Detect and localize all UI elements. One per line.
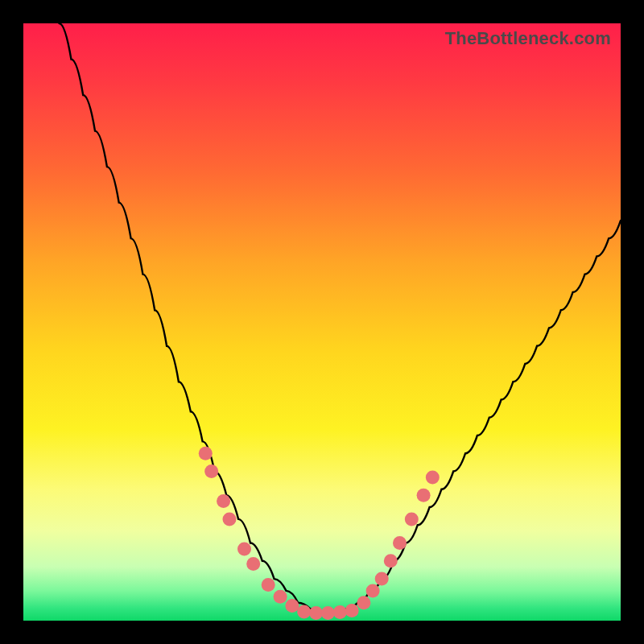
chart-stage: TheBottleneck.com (0, 0, 644, 644)
marker-right-2 (375, 572, 389, 586)
marker-right-5 (405, 512, 419, 526)
bottleneck-curve-path (60, 23, 621, 612)
marker-right-3 (384, 554, 398, 568)
marker-bottom-3 (333, 605, 347, 619)
marker-left-4 (237, 543, 251, 556)
chart-svg (23, 23, 621, 621)
marker-left-3 (223, 512, 237, 526)
marker-right-1 (366, 584, 380, 597)
plot-area: TheBottleneck.com (23, 23, 621, 621)
marker-left-1 (204, 464, 218, 478)
marker-right-6 (417, 489, 431, 502)
marker-left-8 (285, 599, 299, 613)
marker-layer (199, 447, 440, 620)
marker-bottom-0 (297, 605, 311, 618)
marker-left-6 (262, 578, 275, 592)
marker-left-5 (246, 557, 260, 571)
marker-left-7 (274, 590, 287, 604)
marker-left-0 (199, 447, 213, 460)
marker-right-0 (357, 596, 370, 609)
marker-bottom-2 (321, 606, 335, 620)
marker-bottom-1 (309, 606, 323, 620)
marker-right-4 (393, 536, 407, 550)
marker-right-7 (426, 470, 440, 484)
marker-left-2 (217, 494, 230, 508)
marker-bottom-4 (345, 604, 359, 617)
